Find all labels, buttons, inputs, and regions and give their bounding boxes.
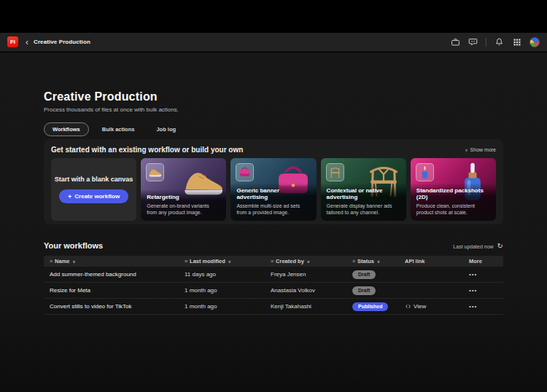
blank-canvas-title: Start with a blank canvas bbox=[55, 176, 133, 183]
chevron-down-icon: ∨ bbox=[465, 147, 468, 152]
create-workflow-label: Create workflow bbox=[74, 193, 120, 200]
card-title: Standardized packshots (2D) bbox=[416, 187, 490, 200]
table-row[interactable]: Resize for Meta 1 month ago Anastasia Vo… bbox=[44, 283, 503, 299]
get-started-panel: Get started with an existing workflow or… bbox=[44, 139, 503, 224]
column-header-status[interactable]: ≡ Status ∨ bbox=[346, 258, 399, 264]
chevron-down-icon: ∨ bbox=[228, 259, 231, 264]
template-card-contextual[interactable]: Contextual or native advertising Generat… bbox=[321, 158, 406, 221]
card-description: Generate on-brand variants from any prod… bbox=[147, 203, 220, 216]
column-header-name[interactable]: ≡ Name ∨ bbox=[44, 258, 179, 264]
column-label: More bbox=[469, 258, 482, 264]
column-label: API link bbox=[405, 258, 425, 264]
chair-thumb-icon bbox=[328, 165, 342, 179]
filter-icon: ≡ bbox=[50, 259, 53, 264]
more-actions-icon[interactable]: ••• bbox=[469, 303, 477, 310]
refresh-icon[interactable]: ↻ bbox=[497, 243, 503, 250]
template-cards: Start with a blank canvas + Create workf… bbox=[51, 158, 496, 221]
status-badge: Draft bbox=[352, 270, 376, 279]
column-label: Name bbox=[55, 258, 69, 264]
workflow-created-by: Kenji Takahashi bbox=[265, 303, 346, 310]
feedback-chat-icon[interactable] bbox=[468, 37, 478, 47]
code-link-icon bbox=[405, 303, 411, 310]
tab-workflows[interactable]: Workflows bbox=[44, 122, 89, 136]
filter-icon: ≡ bbox=[185, 259, 187, 264]
workspace-briefcase-icon[interactable] bbox=[451, 37, 460, 47]
contextual-thumbnail bbox=[326, 163, 344, 181]
chevron-down-icon: ∨ bbox=[73, 259, 76, 264]
template-card-generic-banner[interactable]: Generic banner advertising Assemble mult… bbox=[230, 158, 316, 221]
more-actions-icon[interactable]: ••• bbox=[469, 287, 477, 294]
table-row[interactable]: Convert stills to video for TikTok 1 mon… bbox=[44, 299, 503, 315]
contextual-text: Contextual or native advertising Generat… bbox=[321, 183, 406, 221]
page-subtitle: Process thousands of files at once with … bbox=[44, 106, 503, 113]
screen: Fi ‹ Creative Production bbox=[0, 0, 547, 392]
table-header-row: ≡ Name ∨ ≡ Last modified ∨ ≡ Created by … bbox=[44, 256, 503, 267]
packshots-text: Standardized packshots (2D) Produce clea… bbox=[411, 183, 496, 221]
get-started-title: Get started with an existing workflow or… bbox=[51, 146, 243, 154]
appbar-divider bbox=[486, 38, 486, 47]
app-bar: Fi ‹ Creative Production bbox=[0, 33, 547, 52]
notifications-bell-icon[interactable] bbox=[494, 37, 504, 47]
column-header-last-modified[interactable]: ≡ Last modified ∨ bbox=[179, 258, 265, 264]
packshots-thumbnail bbox=[416, 163, 434, 181]
handbag-thumb-icon bbox=[238, 165, 252, 179]
workflows-title: Your workflows bbox=[44, 241, 103, 250]
retargeting-text: Retargeting Generate on-brand variants f… bbox=[141, 189, 226, 221]
bottle-thumb-icon bbox=[418, 165, 432, 179]
status-badge: Published bbox=[352, 302, 388, 311]
retargeting-thumbnail bbox=[146, 163, 164, 181]
filter-icon: ≡ bbox=[271, 259, 274, 264]
card-title: Generic banner advertising bbox=[236, 187, 310, 200]
workflow-last-modified: 1 month ago bbox=[179, 287, 265, 294]
workflow-name[interactable]: Convert stills to video for TikTok bbox=[44, 303, 179, 310]
sneaker-thumb-icon bbox=[148, 165, 162, 179]
filter-icon: ≡ bbox=[352, 259, 355, 264]
firefly-logo-icon[interactable]: Fi bbox=[7, 36, 18, 47]
workflow-created-by: Freya Jensen bbox=[265, 271, 346, 278]
main-content: Creative Production Process thousands of… bbox=[0, 52, 547, 392]
column-header-created-by[interactable]: ≡ Created by ∨ bbox=[265, 258, 346, 264]
last-updated: Last updated now ↻ bbox=[453, 243, 503, 250]
chevron-down-icon: ∨ bbox=[307, 259, 310, 264]
column-header-api-link: API link bbox=[399, 258, 463, 264]
table-row[interactable]: Add summer-themed background 11 days ago… bbox=[44, 267, 503, 283]
app-launcher-grid-icon[interactable] bbox=[512, 37, 521, 47]
generic-banner-thumbnail bbox=[236, 163, 254, 181]
workflow-name[interactable]: Resize for Meta bbox=[44, 287, 179, 294]
card-description: Generate display banner ads tailored to … bbox=[327, 203, 400, 216]
card-description: Assemble multi-size ad sets from a provi… bbox=[236, 203, 310, 216]
template-card-packshots[interactable]: Standardized packshots (2D) Produce clea… bbox=[411, 158, 496, 221]
user-avatar[interactable] bbox=[529, 37, 540, 47]
create-workflow-button[interactable]: + Create workflow bbox=[59, 189, 128, 203]
workflow-name[interactable]: Add summer-themed background bbox=[44, 271, 179, 278]
template-card-retargeting[interactable]: Retargeting Generate on-brand variants f… bbox=[141, 158, 226, 221]
column-label: Created by bbox=[276, 258, 304, 264]
card-title: Retargeting bbox=[147, 194, 220, 200]
tab-job-log[interactable]: Job log bbox=[147, 122, 185, 136]
workflow-last-modified: 1 month ago bbox=[179, 303, 265, 310]
blank-canvas-card[interactable]: Start with a blank canvas + Create workf… bbox=[51, 158, 136, 221]
column-label: Status bbox=[357, 258, 374, 264]
workflows-header: Your workflows Last updated now ↻ bbox=[44, 241, 503, 250]
page-title: Creative Production bbox=[44, 90, 503, 103]
back-chevron-icon[interactable]: ‹ bbox=[26, 38, 28, 47]
api-link-view[interactable]: View bbox=[405, 303, 426, 310]
api-link-label: View bbox=[414, 303, 426, 310]
chevron-down-icon: ∨ bbox=[377, 259, 380, 264]
status-badge: Draft bbox=[352, 286, 376, 295]
column-header-more: More bbox=[463, 258, 503, 264]
column-label: Last modified bbox=[190, 258, 225, 264]
breadcrumb: Creative Production bbox=[34, 39, 90, 45]
generic-banner-text: Generic banner advertising Assemble mult… bbox=[230, 183, 316, 221]
workflow-last-modified: 11 days ago bbox=[179, 271, 265, 278]
show-more-label: Show more bbox=[470, 147, 496, 152]
show-more-button[interactable]: ∨ Show more bbox=[465, 147, 496, 152]
card-title: Contextual or native advertising bbox=[327, 187, 400, 200]
workflow-created-by: Anastasia Volkov bbox=[265, 287, 346, 294]
card-description: Produce clean, consistent product shots … bbox=[416, 203, 490, 216]
more-actions-icon[interactable]: ••• bbox=[469, 271, 477, 278]
workflows-table: ≡ Name ∨ ≡ Last modified ∨ ≡ Created by … bbox=[44, 256, 503, 315]
last-updated-label: Last updated now bbox=[453, 244, 493, 249]
tab-bulk-actions[interactable]: Bulk actions bbox=[93, 122, 144, 136]
tab-bar: Workflows Bulk actions Job log bbox=[44, 122, 503, 136]
